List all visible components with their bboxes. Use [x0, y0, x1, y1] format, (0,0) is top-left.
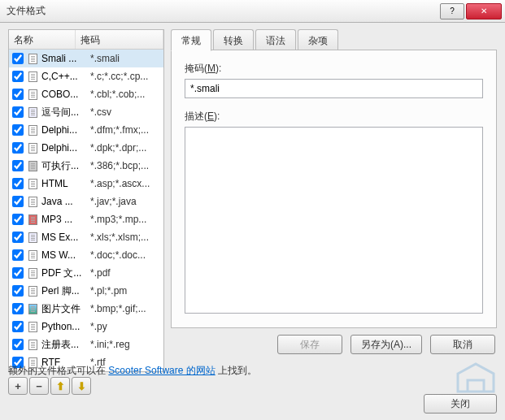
- tab-misc[interactable]: 杂项: [298, 29, 338, 50]
- row-name: Java ...: [41, 196, 87, 207]
- row-mask: *.bmp;*.gif;...: [87, 303, 162, 314]
- col-name[interactable]: 名称: [9, 30, 76, 49]
- tab-convert[interactable]: 转换: [213, 29, 254, 50]
- saveas-button[interactable]: 另存为(A)...: [350, 335, 422, 354]
- row-name: PDF 文...: [41, 266, 87, 280]
- grid-icon: [27, 232, 38, 243]
- row-checkbox[interactable]: [12, 232, 24, 243]
- tab-body: 掩码(M): 描述(E):: [171, 50, 497, 328]
- format-list-panel: 名称 掩码 Smali ...*.smaliC,C++...*.c;*.cc;*…: [8, 29, 164, 372]
- col-mask[interactable]: 掩码: [76, 30, 163, 49]
- mask-input[interactable]: [185, 79, 483, 98]
- table-row[interactable]: Python...*.py: [9, 318, 163, 336]
- row-mask: *.c;*.cc;*.cp...: [87, 71, 162, 82]
- move-up-button[interactable]: ⬆: [50, 377, 70, 395]
- desc-textarea[interactable]: [185, 127, 483, 314]
- close-button[interactable]: 关闭: [424, 394, 497, 414]
- row-name: MS Ex...: [41, 232, 87, 243]
- cancel-button[interactable]: 取消: [430, 335, 495, 354]
- row-mask: *.dpk;*.dpr;...: [87, 142, 162, 154]
- table-row[interactable]: 可执行...*.386;*.bcp;...: [9, 157, 163, 175]
- close-window-button[interactable]: ✕: [466, 3, 502, 19]
- row-checkbox[interactable]: [12, 196, 24, 207]
- window-title: 文件格式: [7, 4, 438, 18]
- grid-icon: [27, 106, 38, 118]
- table-row[interactable]: Smali ...*.smali: [9, 50, 163, 67]
- row-name: 注册表...: [41, 338, 87, 352]
- table-row[interactable]: 注册表...*.ini;*.reg: [9, 336, 163, 353]
- row-checkbox[interactable]: [12, 124, 24, 136]
- row-checkbox[interactable]: [12, 303, 24, 314]
- row-name: COBO...: [41, 89, 87, 100]
- desc-label: 描述(E):: [185, 110, 483, 123]
- doc-icon: [27, 267, 38, 279]
- row-checkbox[interactable]: [12, 53, 24, 64]
- doc-icon: [27, 71, 38, 82]
- row-name: Delphi...: [41, 124, 87, 136]
- table-row[interactable]: 逗号间...*.csv: [9, 103, 163, 121]
- tab-general[interactable]: 常规: [171, 29, 211, 51]
- add-button[interactable]: +: [8, 377, 28, 395]
- row-name: Perl 脚...: [41, 284, 87, 298]
- row-checkbox[interactable]: [12, 249, 24, 261]
- row-mask: *.pl;*.pm: [87, 285, 162, 297]
- move-down-button[interactable]: ⬇: [72, 377, 91, 395]
- doc-icon: [27, 53, 38, 64]
- table-row[interactable]: COBO...*.cbl;*.cob;...: [9, 85, 163, 103]
- row-name: MS W...: [41, 249, 87, 261]
- row-checkbox[interactable]: [12, 285, 24, 297]
- doc-icon: [27, 339, 38, 350]
- row-mask: *.asp;*.ascx...: [87, 178, 162, 189]
- window-buttons: ? ✕: [438, 3, 502, 19]
- doc-icon: [27, 285, 38, 297]
- row-mask: *.pdf: [87, 267, 162, 279]
- row-name: Delphi...: [41, 142, 87, 154]
- row-checkbox[interactable]: [12, 321, 24, 332]
- scooter-link[interactable]: Scooter Software 的网站: [108, 365, 215, 376]
- row-checkbox[interactable]: [12, 339, 24, 350]
- list-body[interactable]: Smali ...*.smaliC,C++...*.c;*.cc;*.cp...…: [9, 50, 163, 371]
- table-row[interactable]: Delphi...*.dpk;*.dpr;...: [9, 139, 163, 157]
- table-row[interactable]: MS W...*.doc;*.doc...: [9, 246, 163, 264]
- row-checkbox[interactable]: [12, 106, 24, 118]
- table-row[interactable]: 图片文件*.bmp;*.gif;...: [9, 300, 163, 318]
- row-checkbox[interactable]: [12, 160, 24, 171]
- table-row[interactable]: MS Ex...*.xls;*.xlsm;...: [9, 228, 163, 246]
- row-name: HTML: [41, 178, 87, 189]
- doc-icon: [27, 196, 38, 207]
- table-row[interactable]: Perl 脚...*.pl;*.pm: [9, 282, 163, 300]
- row-checkbox[interactable]: [12, 89, 24, 100]
- doc-icon: [27, 357, 38, 368]
- row-mask: *.csv: [87, 106, 162, 118]
- dialog-content: 名称 掩码 Smali ...*.smaliC,C++...*.c;*.cc;*…: [0, 23, 505, 420]
- doc-icon: [27, 321, 38, 332]
- row-mask: *.dfm;*.fmx;...: [87, 124, 162, 136]
- row-checkbox[interactable]: [12, 178, 24, 189]
- row-mask: *.py: [87, 321, 162, 332]
- row-checkbox[interactable]: [12, 214, 24, 225]
- row-checkbox[interactable]: [12, 267, 24, 279]
- table-row[interactable]: PDF 文...*.pdf: [9, 264, 163, 282]
- row-mask: *.smali: [87, 53, 162, 64]
- tab-syntax[interactable]: 语法: [255, 29, 296, 50]
- table-row[interactable]: C,C++...*.c;*.cc;*.cp...: [9, 67, 163, 85]
- row-mask: *.mp3;*.mp...: [87, 214, 162, 225]
- row-name: 图片文件: [41, 302, 87, 316]
- row-checkbox[interactable]: [12, 71, 24, 82]
- remove-button[interactable]: −: [29, 377, 49, 395]
- table-row[interactable]: Delphi...*.dfm;*.fmx;...: [9, 121, 163, 139]
- help-button[interactable]: ?: [440, 3, 464, 19]
- row-name: C,C++...: [41, 71, 87, 82]
- save-button[interactable]: 保存: [277, 335, 342, 354]
- table-row[interactable]: MP3 ...*.mp3;*.mp...: [9, 210, 163, 228]
- close-bar: 关闭: [424, 394, 497, 414]
- row-name: 逗号间...: [41, 106, 87, 119]
- table-row[interactable]: HTML*.asp;*.ascx...: [9, 175, 163, 193]
- row-name: Python...: [41, 321, 87, 332]
- row-name: MP3 ...: [41, 214, 87, 225]
- img-icon: [27, 303, 38, 314]
- doc-icon: [27, 89, 38, 100]
- row-checkbox[interactable]: [12, 142, 24, 154]
- row-mask: *.386;*.bcp;...: [87, 160, 162, 171]
- table-row[interactable]: Java ...*.jav;*.java: [9, 193, 163, 210]
